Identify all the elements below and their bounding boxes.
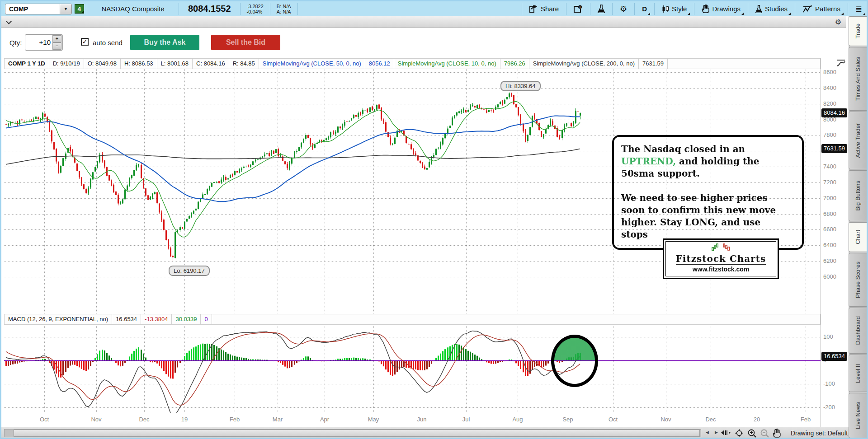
note-line: We need to see higher prices	[621, 192, 802, 204]
high-price-callout[interactable]: Hi: 8339.64	[500, 81, 541, 91]
alerts-badge[interactable]: 4	[75, 4, 84, 14]
timeframe-button[interactable]: D	[637, 1, 651, 16]
analyst-note-box[interactable]: The Nasdaq closed in anUPTREND, and hold…	[612, 135, 804, 250]
qty-increment-button[interactable]: +	[52, 35, 61, 42]
symbol-dropdown-arrow[interactable]: ▼	[60, 4, 71, 14]
chart-settings-button[interactable]: ⚙	[615, 1, 632, 16]
note-line: The Nasdaq closed in an	[621, 143, 802, 155]
chart-header-cell: C: 8084.16	[193, 59, 229, 69]
collapse-chevron-icon[interactable]	[7, 19, 11, 24]
buy-the-ask-button[interactable]: Buy the Ask	[130, 35, 199, 50]
time-axis[interactable]: OctNovDec19FebMarAprMayJunJulAugSepOctNo…	[4, 413, 821, 427]
divider	[654, 3, 655, 15]
low-price-callout[interactable]: Lo: 6190.17	[169, 266, 210, 276]
note-line: 50sma support.	[621, 168, 802, 180]
side-tab-label: Big Buttons	[854, 181, 861, 211]
side-tab-dashboard[interactable]: Dashboard	[849, 308, 867, 354]
zoom-out-icon[interactable]	[760, 429, 771, 438]
side-tab-chart[interactable]: Chart	[849, 222, 867, 252]
y-axis-tick: 8600	[823, 69, 836, 75]
chart-header-cell: D: 9/10/19	[49, 59, 84, 69]
studies-label: Studies	[765, 5, 788, 13]
side-tab-label: Trade	[854, 23, 861, 38]
zoom-in-icon[interactable]	[747, 429, 758, 438]
style-button[interactable]: Style	[657, 1, 691, 16]
note-info-icon: i	[574, 5, 583, 13]
quick-study-button[interactable]	[593, 1, 609, 16]
chart-bottom-bar: ◄ ►	[1, 427, 867, 439]
divider	[634, 3, 635, 15]
x-axis-label: Oct	[31, 416, 58, 423]
qty-decrement-button[interactable]: −	[52, 42, 61, 50]
x-axis-label: Jun	[408, 416, 435, 423]
macd-header-cell: MACD (12, 26, 9, EXPONENTIAL, no)	[5, 314, 112, 324]
x-axis-label: Nov	[652, 416, 679, 423]
y-axis-tick: 6600	[823, 226, 836, 233]
divider	[270, 3, 270, 15]
pan-hand-icon[interactable]	[773, 429, 783, 438]
macd-value-badge: 16.6534	[821, 352, 847, 361]
y-axis-tick: 8400	[823, 84, 836, 91]
drawing-set-selector[interactable]: Drawing set: Default	[791, 430, 853, 437]
side-tab-level-ii[interactable]: Level II	[849, 355, 867, 392]
x-axis-label: Aug	[504, 416, 531, 423]
side-tab-label: Chart	[854, 230, 861, 244]
side-tab-big-buttons[interactable]: Big Buttons	[849, 170, 867, 222]
chart-scrollbar-thumb[interactable]	[14, 430, 700, 437]
timeframe-label: D	[642, 5, 647, 13]
chart-header-strip: COMP 1 Y 1DD: 9/10/19O: 8049.98H: 8086.5…	[4, 58, 821, 69]
x-axis-label: Apr	[311, 416, 338, 423]
chart-menu-button[interactable]: ≣	[851, 1, 867, 16]
gadget-tab-strip: TradeTimes And SalesActive TraderBig But…	[849, 16, 867, 439]
macd-panel-canvas[interactable]	[4, 325, 821, 413]
chart-header-cell: H: 8086.53	[121, 59, 157, 69]
chart-header-cell: 7986.26	[500, 59, 529, 69]
side-tab-active-trader[interactable]: Active Trader	[849, 112, 867, 169]
macd-axis-tick: 100	[823, 333, 833, 340]
style-label: Style	[672, 5, 687, 13]
fitzstock-logo-box: Fitzstock Charts www.fitzstock.com	[663, 238, 779, 279]
share-label: Share	[541, 5, 559, 13]
macd-highlight-circle[interactable]	[551, 335, 598, 387]
chart-header-cell: O: 8049.98	[84, 59, 121, 69]
qty-input[interactable]: +10 + −	[25, 34, 63, 51]
divider	[795, 3, 795, 15]
crosshair-icon[interactable]	[735, 429, 745, 438]
patterns-button[interactable]: Patterns	[798, 1, 845, 16]
chart-note-button[interactable]: i	[569, 1, 587, 16]
sma200-price-badge: 7631.59	[821, 144, 847, 153]
fit-to-width-icon[interactable]	[721, 429, 732, 438]
order-settings-gear-icon[interactable]: ⚙	[835, 18, 841, 26]
chart-header-cell: SimpleMovingAvg (CLOSE, 200, 0, no)	[529, 59, 639, 69]
symbol-selector[interactable]: COMP ▼	[5, 4, 72, 14]
qty-value: +10	[39, 38, 51, 46]
auto-send-checkbox[interactable]: ✓	[81, 38, 89, 46]
svg-text:i: i	[580, 5, 580, 9]
divider	[522, 3, 522, 15]
side-tab-live-news[interactable]: Live News	[849, 393, 867, 438]
studies-button[interactable]: Studies	[751, 1, 792, 16]
divider	[612, 3, 613, 15]
chart-header-cell: COMP 1 Y 1D	[5, 59, 49, 69]
side-tab-phase-scores[interactable]: Phase Scores	[849, 253, 867, 307]
side-tab-times-and-sales[interactable]: Times And Sales	[849, 47, 867, 111]
change-value: -3.2822	[247, 4, 264, 9]
scroll-right-icon[interactable]: ►	[714, 430, 719, 435]
fitzstock-logo-inner: Fitzstock Charts www.fitzstock.com	[665, 241, 776, 276]
side-tab-trade[interactable]: Trade	[849, 16, 867, 46]
qty-label: Qty:	[9, 39, 22, 47]
divider	[748, 3, 748, 15]
panel-resize-icon[interactable]	[836, 59, 846, 67]
chart-scrollbar[interactable]	[4, 429, 701, 437]
drawings-button[interactable]: Drawings	[697, 1, 745, 16]
panel-collapse-bar: ⚙	[1, 16, 846, 28]
symbol-value: COMP	[5, 5, 60, 13]
sell-the-bid-button[interactable]: Sell the Bid	[211, 35, 280, 50]
divider	[848, 3, 848, 15]
quote-header: COMP ▼ 4 NASDAQ Composite 8084.1552 -3.2…	[1, 1, 867, 16]
last-price-badge: 8084.16	[821, 108, 847, 117]
share-button[interactable]: Share	[525, 1, 563, 16]
qty-stepper[interactable]: + −	[52, 35, 61, 50]
scroll-left-icon[interactable]: ◄	[705, 430, 710, 435]
x-axis-label: Feb	[221, 416, 248, 423]
